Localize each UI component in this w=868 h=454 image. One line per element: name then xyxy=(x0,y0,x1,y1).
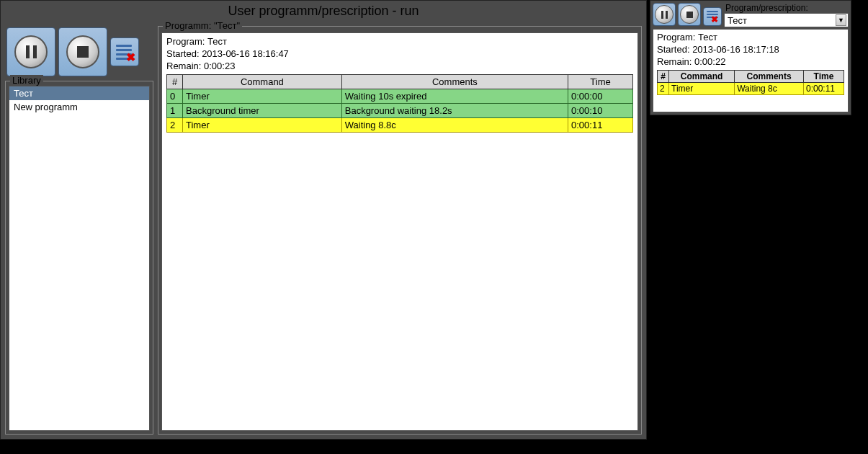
clear-list-icon: ✖ xyxy=(705,9,720,24)
main-toolbar: ✖ xyxy=(5,26,153,78)
program-group: Programm: "Тест" Program: Тест Started: … xyxy=(158,26,642,435)
widget-clear-button[interactable]: ✖ xyxy=(703,7,722,26)
cell-time: 0:00:11 xyxy=(568,117,633,132)
cell-command: Timer xyxy=(183,89,342,103)
cell-comments: Waiting 10s expired xyxy=(341,89,568,103)
col-num[interactable]: # xyxy=(658,70,669,82)
library-item[interactable]: Тест xyxy=(9,86,149,100)
widget-program-line: Program: Тест xyxy=(657,32,844,44)
library-list[interactable]: Тест New programm xyxy=(9,86,150,431)
table-row[interactable]: 1 Background timer Background waiting 18… xyxy=(167,103,633,117)
program-table: # Command Comments Time 0 Timer xyxy=(166,74,633,133)
pause-button[interactable] xyxy=(6,27,55,76)
table-row[interactable]: 0 Timer Waiting 10s expired 0:00:00 xyxy=(167,89,633,103)
program-group-label: Programm: "Тест" xyxy=(163,20,242,31)
cell-command: Background timer xyxy=(183,103,342,117)
col-comments[interactable]: Comments xyxy=(341,74,568,89)
col-num[interactable]: # xyxy=(167,74,183,89)
library-item[interactable]: New programm xyxy=(9,100,149,114)
clear-list-button[interactable]: ✖ xyxy=(110,37,139,66)
cell-time: 0:00:00 xyxy=(568,89,633,103)
cell-num: 2 xyxy=(658,82,669,94)
main-window: User programm/prescription - run xyxy=(0,0,647,440)
cell-comments: Waiting 8.8c xyxy=(341,117,568,132)
widget-dropdown[interactable]: Тест ▼ xyxy=(724,13,849,27)
mini-widget: ✖ Program/prescription: Тест ▼ Program: … xyxy=(650,0,851,115)
pause-icon xyxy=(655,5,674,24)
program-started-line: Started: 2013-06-16 18:16:47 xyxy=(166,48,633,61)
col-command[interactable]: Command xyxy=(183,74,342,89)
clear-list-icon: ✖ xyxy=(115,42,135,62)
cell-comments: Background waiting 18.2s xyxy=(341,103,568,117)
cell-comments: Waiting 8c xyxy=(735,82,804,94)
window-title: User programm/prescription - run xyxy=(1,1,646,22)
cell-num: 2 xyxy=(167,117,183,132)
col-command[interactable]: Command xyxy=(669,70,735,82)
program-name-line: Program: Тест xyxy=(166,36,633,48)
cell-time: 0:00:11 xyxy=(804,82,844,94)
table-row[interactable]: 2 Timer Waiting 8c 0:00:11 xyxy=(658,82,844,94)
table-row[interactable]: 2 Timer Waiting 8.8c 0:00:11 xyxy=(167,117,633,132)
cell-command: Timer xyxy=(669,82,735,94)
cell-num: 1 xyxy=(167,103,183,117)
stop-button[interactable] xyxy=(58,27,107,76)
widget-stop-button[interactable] xyxy=(678,3,701,26)
library-label: Library xyxy=(10,75,43,86)
stop-icon xyxy=(66,35,99,68)
widget-dropdown-value: Тест xyxy=(728,15,747,26)
pause-icon xyxy=(14,35,48,68)
cell-command: Timer xyxy=(183,117,342,132)
program-remain-line: Remain: 0:00:23 xyxy=(166,61,633,73)
col-time[interactable]: Time xyxy=(568,74,633,89)
library-group: Library Тест New programm xyxy=(5,81,153,435)
widget-table: # Command Comments Time 2 Timer Waiting … xyxy=(657,70,844,95)
widget-pause-button[interactable] xyxy=(653,3,676,26)
program-panel: Program: Тест Started: 2013-06-16 18:16:… xyxy=(161,32,638,431)
cell-time: 0:00:10 xyxy=(568,103,633,117)
stop-icon xyxy=(680,5,699,24)
widget-remain-line: Remain: 0:00:22 xyxy=(657,56,844,68)
col-time[interactable]: Time xyxy=(804,70,844,82)
chevron-down-icon: ▼ xyxy=(836,14,846,26)
cell-num: 0 xyxy=(167,89,183,103)
widget-panel: Program: Тест Started: 2013-06-16 18:17:… xyxy=(653,29,849,112)
widget-started-line: Started: 2013-06-16 18:17:18 xyxy=(657,44,844,56)
widget-dropdown-label: Program/prescription: xyxy=(724,3,849,13)
col-comments[interactable]: Comments xyxy=(735,70,804,82)
